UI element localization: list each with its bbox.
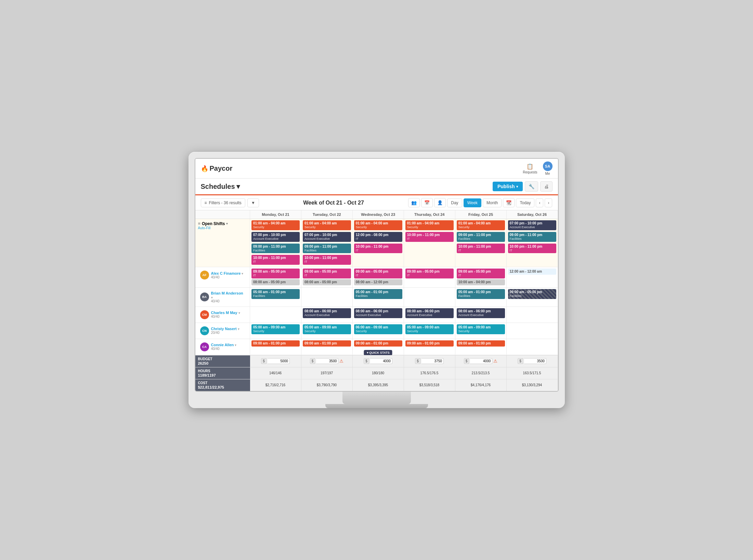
shift-block[interactable]: 05:00 am - 09:00 am Security (251, 324, 300, 334)
shift-block[interactable]: 08:00 am - 05:00 pm (251, 279, 300, 285)
shift-block[interactable]: 08:00 am - 05:00 pm (303, 279, 351, 285)
col-header-fri: Friday, Oct 25 (455, 210, 506, 219)
employee-name-3[interactable]: Christy Nasert ▾ (211, 327, 245, 331)
employee-avatar-4: CA (200, 342, 209, 351)
shift-block[interactable]: 08:00 am - 06:00 pm Account Executive (354, 308, 402, 318)
shift-block[interactable]: 01:00 am - 04:00 am Security (354, 220, 402, 230)
shift-block[interactable]: 08:00 am - 06:00 pm Account Executive (457, 308, 505, 318)
shift-block[interactable]: 10:00 pm - 11:00 pm IT (303, 255, 351, 265)
shift-block[interactable]: 10:00 pm - 11:00 pm IT (354, 244, 402, 253)
shift-block[interactable]: 01:00 am - 04:00 am Security (405, 220, 454, 230)
print-button[interactable]: 🖨 (540, 181, 553, 192)
me-nav[interactable]: SA Me (543, 161, 553, 175)
budget-input-3[interactable] (421, 358, 444, 364)
shift-block[interactable]: 05:00 am - 01:00 pm Facilities (354, 289, 402, 299)
budget-input-5[interactable] (524, 358, 546, 364)
shift-block[interactable]: 09:00 pm - 11:00 pm Facilities (457, 232, 505, 242)
cost-value-4: $4,176/4,176 (471, 383, 491, 387)
shift-block[interactable]: 09:00 pm - 11:00 pm Facilities (508, 232, 556, 242)
shift-block[interactable]: 09:00 am - 05:00 pm Facilities (508, 289, 556, 299)
col-header-sat: Saturday, Oct 26 (506, 210, 558, 219)
open-shifts-day-0: 01:00 am - 04:00 am Security 07:00 pm - … (250, 219, 301, 267)
hours-day-0: 146/146 (250, 367, 301, 379)
shift-block[interactable]: 10:00 am - 04:00 pm (457, 279, 505, 285)
shift-block[interactable]: 07:00 pm - 10:00 pm Account Executive (508, 220, 556, 230)
stats-section: BUDGET 26250 $ $ ⚠ $ $ $ ⚠ $ HOURS 1189/… (195, 355, 558, 391)
shift-block[interactable]: 09:00 am - 01:00 pm (251, 340, 300, 347)
shift-block[interactable]: 10:00 pm - 11:00 pm IT (405, 232, 454, 242)
employee-0-day-2: 09:00 am - 05:00 pm IT 08:00 am - 12:00 … (352, 267, 404, 288)
shift-block[interactable]: 09:00 am - 05:00 pm IT (405, 269, 454, 278)
shift-block[interactable]: 01:00 am - 04:00 am Security (457, 220, 505, 230)
employee-1-day-0: 05:00 am - 01:00 pm Facilities (250, 287, 301, 307)
cost-day-3: $3,518/3,518 (404, 379, 455, 391)
shift-block[interactable]: 09:00 am - 05:00 pm IT (303, 269, 351, 278)
shift-block[interactable]: 06:00 am - 09:00 am Security (354, 324, 402, 334)
next-week-button[interactable]: › (545, 198, 552, 207)
schedules-title[interactable]: Schedules ▾ (201, 182, 240, 191)
shift-block[interactable]: 09:00 pm - 11:00 pm Facilities (251, 244, 300, 253)
requests-nav[interactable]: 📋 Requests (523, 163, 537, 174)
open-shifts-shifts: 01:00 am - 04:00 am Security 07:00 pm - … (251, 220, 300, 265)
shift-block[interactable]: 01:00 am - 04:00 am Security (303, 220, 351, 230)
shift-block[interactable]: 08:00 am - 06:00 pm Account Executive (405, 308, 454, 318)
budget-input-4[interactable] (470, 358, 492, 364)
open-shifts-chevron-icon[interactable]: ▾ (226, 222, 228, 225)
employee-name-1[interactable]: Brian M Anderson ▾ (211, 291, 245, 299)
shift-block[interactable]: 10:00 pm - 11:00 pm IT (508, 244, 556, 253)
shift-block[interactable]: 09:00 pm - 11:00 pm Facilities (303, 244, 351, 253)
calendar-icon-button[interactable]: 📆 (503, 198, 515, 207)
employee-name-0[interactable]: Alex C Finamore ▾ (211, 271, 245, 275)
budget-input-1[interactable] (316, 358, 338, 364)
budget-input-0[interactable] (268, 358, 290, 364)
month-view-button[interactable]: Month (483, 198, 502, 207)
shift-block[interactable]: 09:00 am - 05:00 pm IT (251, 269, 300, 278)
shift-block[interactable]: 10:00 pm - 11:00 pm IT (251, 255, 300, 265)
prev-week-button[interactable]: ‹ (536, 198, 543, 207)
shift-block[interactable]: 09:00 am - 01:00 pm (303, 340, 351, 347)
week-view-button[interactable]: Week (464, 198, 481, 207)
shift-block[interactable]: 05:00 am - 09:00 am Security (457, 324, 505, 334)
shift-block[interactable]: 07:00 pm - 10:00 pm Account Executive (251, 232, 300, 242)
shift-block[interactable]: 05:00 am - 01:00 pm Facilities (251, 289, 300, 299)
shift-block[interactable]: 01:00 am - 04:00 am Security (251, 220, 300, 230)
shift-block[interactable]: 08:00 am - 12:00 pm (354, 279, 402, 285)
day-view-button[interactable]: Day (447, 198, 462, 207)
dollar-sign-0: $ (261, 358, 267, 364)
shift-block[interactable]: 09:00 am - 01:00 pm (405, 340, 454, 347)
auto-fill-link[interactable]: Auto-Fill (198, 226, 211, 230)
budget-day-4: $ ⚠ (455, 355, 507, 367)
publish-button[interactable]: Publish ▾ (493, 182, 523, 191)
cost-day-2: $3,395/3,395 (353, 379, 404, 391)
budget-input-2[interactable] (370, 358, 392, 364)
cost-label: COST $22,811/22,975 (195, 379, 250, 391)
employee-cell-2: CM Charles M May ▾ 40/40 (195, 307, 250, 323)
shift-block[interactable]: 08:00 am - 06:00 pm Account Executive (303, 308, 351, 318)
hours-value-1: 197/197 (321, 371, 333, 375)
shift-block[interactable]: 09:00 am - 05:00 pm IT (457, 269, 505, 278)
employee-name-4[interactable]: Connie Allen ▾ (211, 343, 245, 347)
shift-block[interactable]: 09:00 am - 01:00 pm (354, 340, 402, 347)
hours-value-4: 213.5/213.5 (472, 371, 490, 375)
shift-block[interactable]: 05:00 am - 01:00 pm Facilities (457, 289, 505, 299)
shift-block[interactable]: 09:00 am - 01:00 pm (457, 340, 505, 347)
employee-row: AF Alex C Finamore ▾ 40/40 09:00 am - 05… (195, 267, 558, 288)
settings-button[interactable]: 🔧 (525, 181, 538, 192)
open-shifts-day-4: 01:00 am - 04:00 am Security 09:00 pm - … (455, 219, 506, 267)
employee-0-day-3: 09:00 am - 05:00 pm IT (404, 267, 455, 288)
shift-block[interactable]: 10:00 pm - 11:00 pm IT (457, 244, 505, 253)
shift-block[interactable]: 07:00 pm - 10:00 pm Account Executive (303, 232, 351, 242)
group-view-button[interactable]: 👥 (408, 198, 420, 207)
logo: 🔥 Paycor (201, 165, 233, 172)
today-button[interactable]: Today (516, 198, 534, 207)
filter-options-button[interactable]: ▼ (247, 198, 259, 207)
shift-block[interactable]: 05:00 am - 09:00 am Security (405, 324, 454, 334)
person-view-button[interactable]: 👤 (434, 198, 446, 207)
shift-block[interactable]: 12:00 am - 12:00 am (508, 269, 556, 275)
calendar-view-button[interactable]: 📅 (421, 198, 433, 207)
shift-block[interactable]: 12:00 pm - 08:00 pm IT (354, 232, 402, 242)
employee-name-2[interactable]: Charles M May ▾ (211, 311, 245, 315)
shift-block[interactable]: 05:00 am - 09:00 am Security (303, 324, 351, 334)
filters-button[interactable]: ≡ Filters - 36 results (201, 198, 245, 207)
shift-block[interactable]: 09:00 am - 05:00 pm IT (354, 269, 402, 278)
